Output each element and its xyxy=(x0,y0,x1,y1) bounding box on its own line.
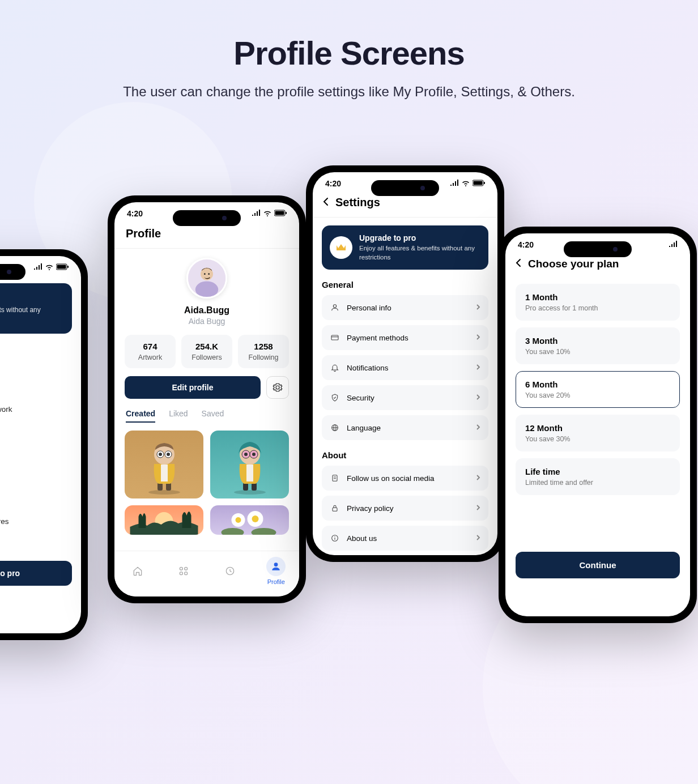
stat-value: 674 xyxy=(128,342,172,351)
setting-language[interactable]: Language xyxy=(322,415,488,440)
plan-subtitle: You save 20% xyxy=(525,391,670,399)
avatar[interactable] xyxy=(186,258,227,299)
svg-point-36 xyxy=(180,567,183,570)
chevron-right-icon xyxy=(476,533,480,543)
chevron-right-icon xyxy=(476,503,480,513)
setting-personal-info[interactable]: Personal info xyxy=(322,295,488,320)
plan-1month[interactable]: 1 Month Pro access for 1 month xyxy=(516,284,680,321)
pro-banner-subtitle: Enjoy all features & benefits without an… xyxy=(359,244,480,262)
plan-12month[interactable]: 12 Month You save 30% xyxy=(516,415,680,451)
setting-privacy[interactable]: Privacy policy xyxy=(322,496,488,521)
tab-created[interactable]: Created xyxy=(126,409,155,423)
svg-rect-54 xyxy=(333,508,337,511)
plan-title: 6 Month xyxy=(525,380,670,389)
svg-point-45 xyxy=(333,305,336,308)
info-icon xyxy=(330,533,340,543)
chevron-left-icon xyxy=(323,197,329,206)
chevron-right-icon xyxy=(476,333,480,343)
card-icon xyxy=(330,333,340,343)
setting-label: About us xyxy=(347,534,469,543)
feature-item: More advanced al models xyxy=(0,419,72,437)
person-icon xyxy=(270,561,282,572)
gear-icon xyxy=(273,382,283,393)
continue-button[interactable]: Continue xyxy=(516,552,680,578)
artwork-thumbnail[interactable] xyxy=(210,505,289,535)
chevron-right-icon xyxy=(476,393,480,403)
setting-payment[interactable]: Payment methods xyxy=(322,325,488,350)
status-time: 4:20 xyxy=(325,179,341,188)
artwork-thumbnail[interactable] xyxy=(210,431,289,498)
home-icon xyxy=(132,565,143,577)
plan-lifetime[interactable]: Life time Limited time and offer xyxy=(516,458,680,495)
signal-icon xyxy=(33,263,42,272)
svg-point-35 xyxy=(252,528,276,535)
plan-6month[interactable]: 6 Month You save 20% xyxy=(516,371,680,408)
svg-point-18 xyxy=(159,453,162,456)
svg-point-38 xyxy=(180,572,183,575)
feature-item: No watermarks xyxy=(0,381,72,400)
section-about: About xyxy=(322,450,488,460)
plan-3month[interactable]: 3 Month You save 10% xyxy=(516,327,680,364)
svg-rect-23 xyxy=(246,465,253,482)
chevron-left-icon xyxy=(516,258,521,267)
svg-point-11 xyxy=(148,490,180,495)
phone-notch xyxy=(564,241,632,257)
svg-point-28 xyxy=(252,453,256,456)
back-button[interactable] xyxy=(516,257,521,270)
stat-followers[interactable]: 254.K Followers xyxy=(181,335,232,368)
edit-profile-button[interactable]: Edit profile xyxy=(125,376,261,399)
wifi-icon xyxy=(263,209,272,218)
upgrade-pro-card[interactable]: Upgrade to pro Enjoy all features & bene… xyxy=(0,283,72,334)
battery-icon xyxy=(56,263,69,272)
globe-icon xyxy=(330,423,340,433)
svg-rect-1 xyxy=(57,265,66,269)
stat-value: 1258 xyxy=(241,342,286,351)
phone-profile: 4:20 Profile Aida.Bugg Aida Bugg 674 Art… xyxy=(108,195,306,603)
svg-rect-51 xyxy=(333,475,337,482)
nav-activity[interactable] xyxy=(220,561,240,581)
back-button[interactable] xyxy=(323,196,329,209)
chevron-right-icon xyxy=(476,423,480,433)
tab-saved[interactable]: Saved xyxy=(202,409,224,423)
wifi-icon xyxy=(461,179,470,188)
setting-security[interactable]: Security xyxy=(322,385,488,410)
lock-icon xyxy=(330,503,340,513)
svg-point-19 xyxy=(167,453,170,456)
setting-social[interactable]: Follow us on social media xyxy=(322,466,488,491)
setting-about-us[interactable]: About us xyxy=(322,526,488,551)
crown-icon xyxy=(330,236,352,259)
svg-point-41 xyxy=(274,563,278,566)
phone-upgrade-features: 4:20 Upgrade to pro Enjoy all features &… xyxy=(0,249,88,640)
phone-notch xyxy=(371,180,439,196)
clock-icon xyxy=(224,565,236,577)
nav-home[interactable] xyxy=(128,561,147,581)
setting-label: Payment methods xyxy=(347,334,469,342)
upgrade-pro-banner[interactable]: Upgrade to pro Enjoy all features & bene… xyxy=(322,225,488,270)
plan-subtitle: You save 10% xyxy=(525,348,670,356)
tab-liked[interactable]: Liked xyxy=(169,409,188,423)
svg-rect-21 xyxy=(243,483,248,491)
shield-icon xyxy=(330,393,340,403)
nav-profile[interactable]: Profile xyxy=(266,557,286,585)
plan-subtitle: You save 30% xyxy=(525,435,670,443)
stat-following[interactable]: 1258 Following xyxy=(238,335,289,368)
upgrade-pro-button[interactable]: Upgrade to pro xyxy=(0,561,72,586)
artwork-thumbnail[interactable] xyxy=(125,431,203,498)
svg-point-33 xyxy=(252,515,259,522)
feature-item: Priority customer support xyxy=(0,493,72,512)
username: Aida.Bugg xyxy=(125,305,289,316)
feature-item: Any aspect ratio xyxy=(0,456,72,475)
setting-notifications[interactable]: Notifications xyxy=(322,355,488,380)
nav-explore[interactable] xyxy=(174,561,193,581)
page-subtitle: The user can change the profile settings… xyxy=(0,82,698,102)
settings-button[interactable] xyxy=(266,376,289,399)
user-handle: Aida Bugg xyxy=(125,317,289,326)
signal-icon xyxy=(669,240,678,249)
svg-point-37 xyxy=(185,567,188,570)
artwork-thumbnail[interactable] xyxy=(125,505,203,535)
feature-item: Ads free xyxy=(0,475,72,493)
stat-artwork[interactable]: 674 Artwork xyxy=(125,335,176,368)
setting-label: Security xyxy=(347,394,469,402)
chevron-right-icon xyxy=(476,363,480,373)
feature-item: Early access to new features xyxy=(0,512,72,531)
